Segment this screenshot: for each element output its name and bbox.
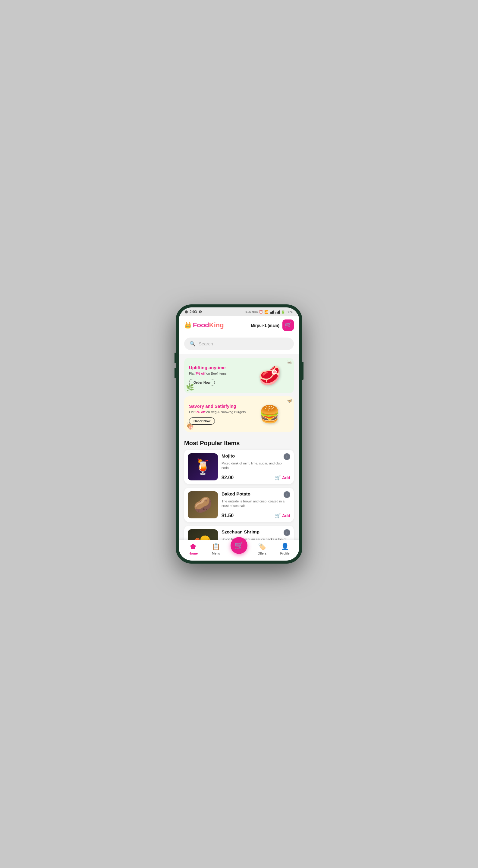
potato-info-icon[interactable]: i — [284, 491, 290, 498]
cart-icon: 🛒 — [285, 322, 291, 329]
nav-profile-label: Profile — [280, 552, 289, 555]
potato-price-row: $1.50 🛒 Add — [222, 513, 290, 518]
nav-cart-fab[interactable]: 🛒 — [230, 537, 248, 554]
signal-bars — [270, 310, 274, 314]
camera-dot — [185, 310, 188, 313]
status-settings-icon: ⚙ — [199, 310, 202, 314]
mojito-image: 🍹 — [188, 453, 218, 480]
banner-burger: 🍖 🦋 Savory and Satisfying Flat 5% off on… — [184, 396, 294, 432]
cart-fab-icon: 🛒 — [234, 541, 244, 550]
banner-burger-image: 🍔 — [250, 401, 289, 428]
nav-offers-label: Offers — [257, 552, 266, 555]
search-container: 🔍 Search — [179, 335, 299, 354]
logo-king: King — [209, 321, 224, 329]
crown-icon: 👑 — [184, 321, 192, 329]
mojito-info: Mojito i Mixed drink of mint, lime, suga… — [222, 453, 290, 480]
burger-image: 🍔 — [259, 404, 280, 424]
shrimp-name: Szechuan Shrimp — [222, 529, 259, 534]
status-right: 0.96 KB/S ⏰ 📶 🔋 56% — [245, 310, 293, 314]
nav-home[interactable]: ⬟ Home — [185, 543, 201, 555]
potato-desc: The outside is brown and crisp, coated i… — [222, 499, 290, 510]
section-title: Most Popular Items — [179, 435, 299, 450]
signal-bars-2 — [276, 310, 280, 314]
header-right: Mirpur-1 (main) 🛒 — [251, 319, 294, 331]
potato-image: 🥔 — [188, 491, 218, 518]
potato-price: $1.50 — [222, 513, 233, 518]
battery-icon: 🔋 — [281, 310, 285, 314]
nav-offers[interactable]: 🏷️ Offers — [254, 543, 270, 555]
header: 👑 FoodKing Mirpur-1 (main) 🛒 — [179, 316, 299, 335]
banners-section: 🌿 🦗 Uplifting anytime Flat 7% off on Bee… — [179, 354, 299, 435]
potato-name-row: Baked Potato i — [222, 491, 290, 498]
mojito-price-row: $2.00 🛒 Add — [222, 475, 290, 480]
app-content: 👑 FoodKing Mirpur-1 (main) 🛒 🔍 Search — [179, 316, 299, 561]
fly-icon: 🦗 — [287, 360, 292, 364]
banner-beef-image: 🥩 — [250, 362, 289, 389]
search-icon: 🔍 — [190, 341, 196, 347]
banner-beef-title: Uplifting anytime — [189, 365, 250, 370]
banner-beef: 🌿 🦗 Uplifting anytime Flat 7% off on Bee… — [184, 358, 294, 393]
mojito-add-btn[interactable]: 🛒 Add — [275, 475, 290, 480]
home-icon: ⬟ — [190, 543, 196, 551]
mojito-price: $2.00 — [222, 475, 233, 480]
nav-profile[interactable]: 👤 Profile — [277, 543, 293, 555]
status-time: 2:03 — [190, 310, 197, 314]
shrimp-name-row: Szechuan Shrimp i — [222, 529, 290, 536]
banner-beef-order-btn[interactable]: Order Now — [189, 379, 215, 386]
shrimp-info-icon[interactable]: i — [284, 529, 290, 536]
search-placeholder: Search — [199, 341, 213, 346]
offers-icon: 🏷️ — [258, 543, 266, 551]
phone-frame: 2:03 ⚙ 0.96 KB/S ⏰ 📶 — [176, 304, 302, 564]
mojito-name: Mojito — [222, 453, 235, 458]
potato-info: Baked Potato i The outside is brown and … — [222, 491, 290, 518]
food-card-mojito: 🍹 Mojito i Mixed drink of mint, lime, su… — [184, 450, 294, 484]
profile-icon: 👤 — [281, 543, 289, 551]
banner-beef-desc: Flat 7% off on Beef items — [189, 371, 250, 376]
nav-home-label: Home — [189, 552, 198, 555]
steak-image: 🥩 — [258, 365, 281, 386]
logo-food: Food — [193, 321, 209, 329]
butterfly-icon: 🦋 — [287, 398, 292, 403]
banner-burger-text: Savory and Satisfying Flat 5% off on Veg… — [189, 404, 250, 425]
data-speed: 0.96 KB/S — [245, 310, 258, 313]
add-icon: 🛒 — [275, 475, 281, 480]
alarm-icon: ⏰ — [259, 310, 263, 314]
mojito-info-icon[interactable]: i — [284, 453, 290, 460]
search-box[interactable]: 🔍 Search — [184, 338, 294, 350]
nav-menu-label: Menu — [212, 552, 220, 555]
wifi-icon: 📶 — [264, 310, 268, 314]
menu-icon: 📋 — [212, 543, 220, 551]
banner-burger-desc: Flat 5% off on Veg & Non-veg Burgers — [189, 410, 250, 414]
logo-text: FoodKing — [193, 321, 224, 329]
potato-add-btn[interactable]: 🛒 Add — [275, 513, 290, 518]
app-logo: 👑 FoodKing — [184, 321, 224, 329]
banner-burger-order-btn[interactable]: Order Now — [189, 417, 215, 425]
location-text: Mirpur-1 (main) — [251, 323, 279, 328]
banner-beef-text: Uplifting anytime Flat 7% off on Beef it… — [189, 365, 250, 386]
status-left: 2:03 ⚙ — [185, 310, 202, 314]
status-bar: 2:03 ⚙ 0.96 KB/S ⏰ 📶 — [179, 307, 299, 316]
bottom-nav: ⬟ Home 📋 Menu 🛒 🏷️ Offers 👤 Profile — [179, 540, 299, 561]
mojito-desc: Mixed drink of mint, lime, sugar, and cl… — [222, 461, 290, 472]
add-icon-2: 🛒 — [275, 513, 281, 518]
phone-screen: 2:03 ⚙ 0.96 KB/S ⏰ 📶 — [179, 307, 299, 561]
banner-burger-title: Savory and Satisfying — [189, 404, 250, 409]
food-card-potato: 🥔 Baked Potato i The outside is brown an… — [184, 488, 294, 522]
potato-name: Baked Potato — [222, 491, 250, 496]
battery-percent: 56% — [287, 310, 293, 314]
mojito-name-row: Mojito i — [222, 453, 290, 460]
header-cart-button[interactable]: 🛒 — [282, 319, 294, 331]
nav-menu[interactable]: 📋 Menu — [208, 543, 224, 555]
